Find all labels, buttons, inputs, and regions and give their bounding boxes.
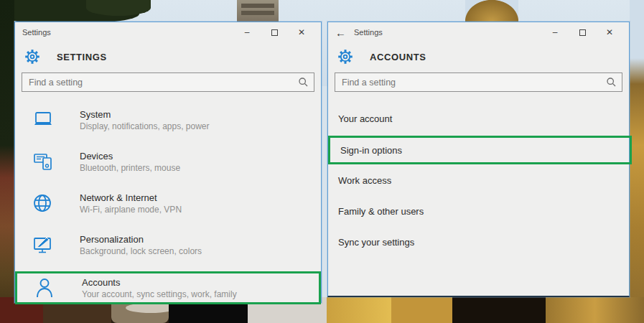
accounts-icon [34, 277, 59, 299]
back-button[interactable]: ← [335, 27, 354, 39]
page-header: SETTINGS [15, 42, 321, 70]
search-icon [298, 77, 309, 88]
background-photo-left [0, 0, 14, 323]
section-work-access[interactable]: Work access [328, 165, 629, 196]
category-title: Devices [80, 151, 180, 162]
background-photo-right [630, 0, 644, 323]
section-family-other-users[interactable]: Family & other users [328, 196, 629, 227]
search-icon [606, 77, 617, 88]
category-devices[interactable]: Devices Bluetooth, printers, mouse [15, 141, 321, 182]
search-input[interactable] [335, 72, 622, 92]
category-title: System [80, 109, 210, 120]
category-subtitle: Display, notifications, apps, power [80, 121, 210, 131]
category-subtitle: Wi-Fi, airplane mode, VPN [80, 205, 182, 215]
personalization-icon [32, 235, 57, 255]
category-subtitle: Bluetooth, printers, mouse [80, 163, 180, 173]
settings-category-list: System Display, notifications, apps, pow… [15, 96, 321, 304]
category-subtitle: Your account, sync settings, work, famil… [82, 289, 237, 299]
category-accounts[interactable]: Accounts Your account, sync settings, wo… [15, 271, 321, 304]
category-title: Network & Internet [80, 192, 182, 203]
gear-icon [337, 48, 354, 65]
maximize-icon [271, 29, 278, 36]
search-box [335, 72, 622, 92]
minimize-button[interactable]: – [233, 24, 261, 41]
accounts-section-list: Your account Sign-in options Work access… [328, 96, 629, 296]
maximize-button[interactable] [261, 24, 288, 41]
page-title: SETTINGS [57, 52, 107, 62]
titlebar[interactable]: ← Settings – ✕ [328, 22, 629, 42]
section-your-account[interactable]: Your account [328, 103, 629, 134]
titlebar[interactable]: Settings – ✕ [15, 22, 321, 42]
category-subtitle: Background, lock screen, colors [80, 246, 202, 256]
maximize-icon [579, 29, 586, 36]
category-personalization[interactable]: Personalization Background, lock screen,… [15, 224, 321, 266]
system-icon [32, 111, 57, 129]
category-system[interactable]: System Display, notifications, apps, pow… [15, 99, 321, 141]
category-title: Accounts [82, 277, 237, 288]
gear-icon [24, 48, 41, 65]
maximize-button[interactable] [569, 24, 596, 41]
minimize-button[interactable]: – [541, 24, 569, 41]
background-gold-ornament [465, 0, 518, 22]
section-sign-in-options[interactable]: Sign-in options [328, 136, 632, 164]
background-trees [86, 0, 151, 16]
settings-window: Settings – ✕ [14, 22, 322, 303]
close-button[interactable]: ✕ [596, 24, 623, 41]
desktop: Settings – ✕ [0, 0, 644, 323]
page-header: ACCOUNTS [328, 42, 629, 70]
window-title: Settings [22, 28, 233, 37]
background-tower [237, 0, 279, 22]
category-network[interactable]: Network & Internet Wi-Fi, airplane mode,… [15, 182, 321, 224]
accounts-window: ← Settings – ✕ [327, 22, 630, 297]
network-icon [32, 193, 57, 213]
window-title: Settings [354, 28, 541, 37]
search-box [22, 72, 314, 92]
section-sync-your-settings[interactable]: Sync your settings [328, 227, 629, 258]
devices-icon [32, 151, 57, 172]
search-input[interactable] [22, 72, 314, 92]
page-title: ACCOUNTS [370, 52, 426, 62]
category-title: Personalization [80, 234, 202, 245]
close-button[interactable]: ✕ [288, 24, 315, 41]
